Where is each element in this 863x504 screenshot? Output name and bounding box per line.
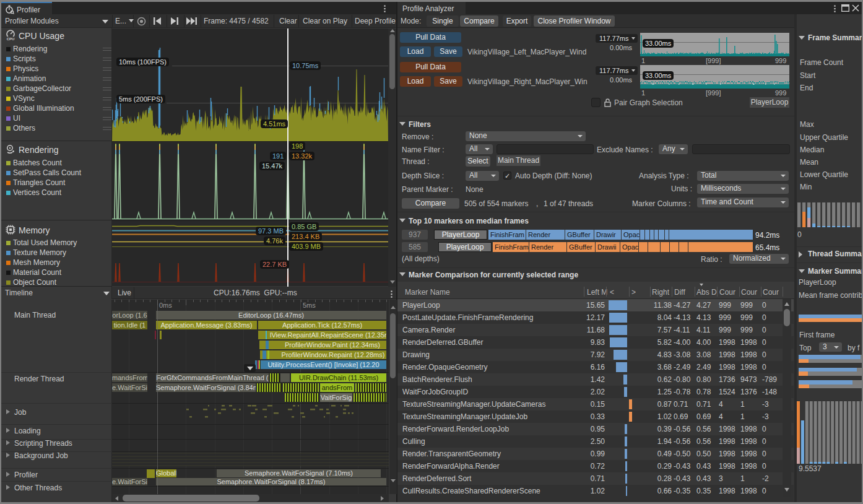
svg-text:CPU: CPU (7, 37, 15, 41)
